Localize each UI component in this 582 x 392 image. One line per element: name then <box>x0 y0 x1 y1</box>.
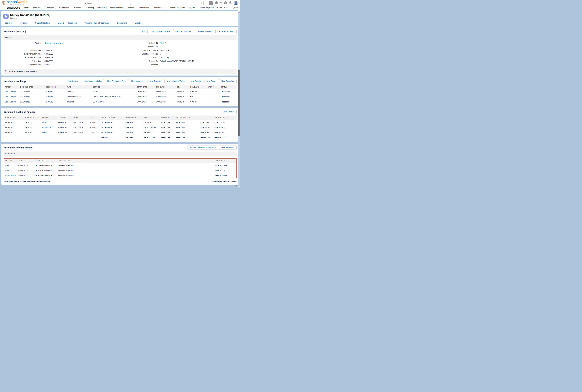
new-exam-button[interactable]: New Exam <box>204 79 218 83</box>
column-header-invoice-method: INVOICE METHOD <box>100 116 124 120</box>
sch1-link[interactable]: SCH1 <box>160 42 166 44</box>
vertical-scrollbar[interactable] <box>238 10 240 188</box>
scrollbar-thumb[interactable] <box>238 70 240 136</box>
quick-create-plus-icon[interactable]: + <box>209 1 213 5</box>
nav-item-formatted-reports[interactable]: Formatted Reports <box>169 7 185 9</box>
record-tab-class-it-placements[interactable]: Class & IT Placements <box>58 22 77 24</box>
scroll-up-arrow-icon[interactable] <box>238 10 240 12</box>
setup-gear-icon[interactable] <box>224 1 227 5</box>
nav-item-accounts[interactable]: Accounts <box>33 7 42 9</box>
finance-detail-row: View | Move21/04/2023ORG2-INV-0000103Shi… <box>4 173 236 178</box>
cancel-link[interactable]: Cancel <box>10 91 16 93</box>
view-link[interactable]: View <box>5 164 9 166</box>
nav-item-label: System Objects <box>232 7 240 9</box>
chevron-down-icon <box>164 7 166 9</box>
field-label: Opportunity <box>120 46 158 48</box>
record-tab-finance[interactable]: Finance <box>20 22 27 24</box>
shirley-ronaldson-link[interactable]: Shirley Ronaldson <box>44 42 64 44</box>
column-header-holidays: HOLIDAYS <box>189 85 206 89</box>
favorites-star-button[interactable] <box>200 1 204 5</box>
homestay-link[interactable]: HOMESTAY <box>42 126 52 128</box>
new-individual-tuition-button[interactable]: New Individual Tuition <box>164 79 187 83</box>
new-course-button[interactable]: New Course <box>66 79 80 83</box>
nav-item-services[interactable]: Services <box>127 7 136 9</box>
record-tab-student-holidays[interactable]: Student Holidays <box>35 22 50 24</box>
student-reverse-reinvoice-button[interactable]: Student - Reverse & ReInvoice <box>188 146 218 150</box>
record-title: Shirley Ronaldson (ST-002925) <box>10 14 50 17</box>
cancel-link[interactable]: Cancel <box>10 101 16 103</box>
field-label: Enrolment Date <box>4 49 41 52</box>
nav-item-system-objects[interactable]: System Objects <box>232 7 240 9</box>
new-accommodation-button[interactable]: New Accommodation <box>82 79 104 83</box>
finance-cell: GBP 0.00 <box>124 120 142 125</box>
finance-details-actions: Student - Reverse & ReInvoiceHide Revers… <box>188 146 236 150</box>
student-group-header[interactable]: Student <box>4 152 236 156</box>
edit-link[interactable]: Edit <box>5 91 8 93</box>
inline-edit-pencil-icon[interactable] <box>235 184 237 187</box>
chevron-down-icon <box>82 7 83 9</box>
finance-totals-row: TOTALS:GBP 0.00GBP 1823.00GBP 0.00GBP 0.… <box>4 135 236 140</box>
record-tab-documents[interactable]: Documents <box>117 22 127 24</box>
cancel-link[interactable]: Cancel <box>10 96 16 98</box>
edit-link[interactable]: Edit <box>5 101 8 103</box>
reprice-enrolment-button[interactable]: Reprice Enrolment <box>173 29 194 34</box>
new-restaurant-pass-button[interactable]: New Restaurant Pass <box>105 79 128 83</box>
app-launcher-waffle-icon[interactable] <box>2 6 4 9</box>
user-avatar[interactable] <box>234 1 238 5</box>
lgw-link[interactable]: LGW <box>42 132 46 134</box>
edit-enrolment-details-button[interactable]: Edit Enrolment Details <box>149 29 172 34</box>
nav-item-resources[interactable]: Resources <box>154 7 166 9</box>
exit-button[interactable]: Exit <box>140 29 148 34</box>
new-insurance-button[interactable]: New Insurance <box>129 79 146 83</box>
view-link[interactable]: View <box>5 170 9 172</box>
nav-item-enquiries[interactable]: Enquiries <box>46 7 56 9</box>
info-icon[interactable]: i <box>156 42 158 44</box>
field-label-text: Enrolment Start Date <box>24 53 41 55</box>
view-finance-button[interactable]: View Finance <box>221 110 236 114</box>
nav-item-reports[interactable]: Reports <box>188 7 197 9</box>
total-invoiced-text: Total Invoiced: £1823.00 Total Not Invoi… <box>4 180 50 183</box>
favorites-dropdown-button[interactable] <box>204 1 207 5</box>
column-header-status: STATUS <box>220 85 236 89</box>
app-name[interactable]: Schoolworks <box>6 6 20 9</box>
hide-reversals-button[interactable]: Hide Reversals <box>219 146 236 150</box>
new-transfer-button[interactable]: New Transfer <box>148 79 163 83</box>
edit-link[interactable]: Edit <box>5 96 8 98</box>
nav-item-accommodation[interactable]: Accommodation <box>110 7 124 9</box>
column-header-booking-id: BOOKING ID <box>24 116 41 120</box>
booking-cell: B-07630 <box>44 89 66 94</box>
cancel-all-bookings-button[interactable]: Cancel All Bookings <box>216 29 236 34</box>
nav-item-scheduling[interactable]: Scheduling <box>97 7 106 9</box>
finance-details-collapsed-section[interactable]: Finance Details - Student Direct <box>4 69 236 74</box>
finance-cell: 04/06/2023 <box>56 125 72 130</box>
field-label: Enrolment Source <box>120 49 158 52</box>
nav-item-home[interactable]: Home <box>24 7 30 9</box>
notifications-bell-icon[interactable] <box>229 1 232 5</box>
booking-cell: 21/04/2023 <box>19 94 44 99</box>
trailhead-icon[interactable] <box>215 1 218 5</box>
view-link[interactable]: View <box>5 174 9 176</box>
hide-cancelled-button[interactable]: Hide Cancelled <box>219 79 236 83</box>
cancel-enrolment-button[interactable]: Cancel Enrolment <box>194 29 214 34</box>
record-tab-accommodation-placements[interactable]: Accommodation Placements <box>85 22 109 24</box>
search-input[interactable] <box>87 2 130 4</box>
nav-item-price-items[interactable]: Price Items <box>140 7 151 9</box>
nav-item-classes[interactable]: Classes <box>74 7 83 9</box>
help-icon[interactable]: ? <box>220 2 222 5</box>
nav-item-classing[interactable]: Classing <box>86 7 94 9</box>
global-search[interactable] <box>82 1 131 5</box>
nav-item-batch-payments[interactable]: Batch Payments <box>200 7 214 9</box>
record-tab-bookings[interactable]: Bookings <box>4 22 12 24</box>
record-tab-emails[interactable]: Emails <box>135 22 141 24</box>
booking-cell: Course <box>66 89 92 94</box>
column-header-booking-date: BOOKING DATE <box>19 85 44 89</box>
booking-cell: Processing <box>220 99 236 104</box>
nav-item-enrolments[interactable]: Enrolments <box>59 7 71 9</box>
move-link[interactable]: Move <box>11 174 16 176</box>
nav-item-batch-emails[interactable]: Batch Emails <box>217 7 228 9</box>
new-sundry-button[interactable]: New Sundry <box>188 79 203 83</box>
finance-cell: Student Direct <box>100 130 124 135</box>
finance-cell: B-07630 <box>24 120 41 125</box>
ge20-link[interactable]: GE20 <box>42 121 47 124</box>
booking-cell <box>206 94 220 99</box>
